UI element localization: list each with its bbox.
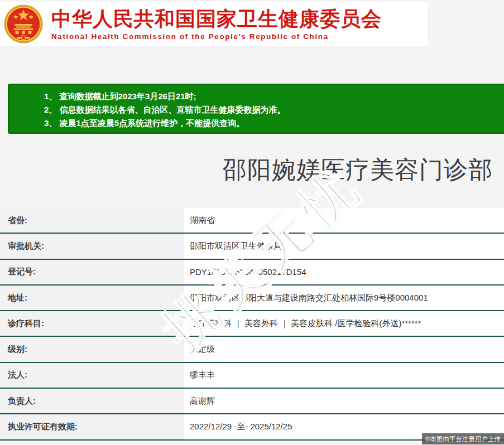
row-label: 负责人: bbox=[0, 389, 184, 413]
org-title-en: National Health Commission of the People… bbox=[51, 32, 382, 41]
institution-name: 邵阳婉媄医疗美容门诊部 bbox=[0, 154, 493, 186]
table-row-approval-authority: 审批机关: 邵阳市双清区卫生健康局 bbox=[0, 234, 504, 259]
row-label: 诊疗科目: bbox=[0, 311, 184, 336]
row-value: 邵阳市双清区邵阳大道与建设南路交汇处柏林国际9号楼0004001 bbox=[184, 286, 504, 310]
notice-line-3: 3、 凌晨1点至凌晨5点系统进行维护，不能提供查询。 bbox=[44, 117, 504, 130]
table-row-address: 地址: 邵阳市双清区邵阳大道与建设南路交汇处柏林国际9号楼0004001 bbox=[0, 286, 504, 311]
org-title-zh: 中华人民共和国国家卫生健康委员会 bbox=[51, 7, 382, 31]
notice-line-2: 2、 信息数据结果以各省、自治区、直辖市卫生健康委数据为准。 bbox=[44, 103, 504, 117]
table-row-person-in-charge: 负责人: 高谢辉 bbox=[0, 389, 504, 414]
page: 中华人民共和国国家卫生健康委员会 National Health Commiss… bbox=[0, 0, 504, 445]
table-row-legal-person: 法人: 缪丰丰 bbox=[0, 363, 504, 389]
header-divider bbox=[0, 71, 504, 72]
row-label: 法人: bbox=[0, 363, 184, 388]
row-label: 登记号: bbox=[0, 260, 184, 284]
row-value: 未定级 bbox=[184, 337, 504, 361]
notice-box: 1、 查询数据截止到2023年3月26日21时; 2、 信息数据结果以各省、自治… bbox=[8, 84, 504, 134]
image-source-badge: ©本图由平台注册用户上传 bbox=[422, 433, 504, 444]
row-label: 审批机关: bbox=[0, 234, 184, 258]
row-value: PDY10150252643050217D154 bbox=[184, 260, 504, 284]
table-row-level: 级别: 未定级 bbox=[0, 337, 504, 362]
row-value: 邵阳市双清区卫生健康局 bbox=[184, 234, 504, 258]
china-national-emblem-icon bbox=[3, 4, 44, 44]
row-value: 湖南省 bbox=[184, 208, 504, 233]
institution-info-table: 省份: 湖南省 审批机关: 邵阳市双清区卫生健康局 登记号: PDY101502… bbox=[0, 208, 504, 441]
header-titles: 中华人民共和国国家卫生健康委员会 National Health Commiss… bbox=[51, 7, 382, 41]
row-value: 缪丰丰 bbox=[184, 363, 504, 388]
row-label: 地址: bbox=[0, 286, 184, 310]
row-label: 级别: bbox=[0, 337, 184, 361]
row-label: 省份: bbox=[0, 208, 184, 233]
row-value: 高谢辉 bbox=[184, 389, 504, 413]
notice-line-1: 1、 查询数据截止到2023年3月26日21时; bbox=[44, 90, 504, 103]
table-row-registration-number: 登记号: PDY10150252643050217D154 bbox=[0, 260, 504, 286]
row-value: 医疗美容科 ｜ 美容外科 ｜ 美容皮肤科 /医学检验科(外送)****** bbox=[184, 311, 504, 336]
table-row-province: 省份: 湖南省 bbox=[0, 208, 504, 234]
table-row-medical-subjects: 诊疗科目: 医疗美容科 ｜ 美容外科 ｜ 美容皮肤科 /医学检验科(外送)***… bbox=[0, 311, 504, 337]
row-label: 执业许可证有效期: bbox=[0, 414, 184, 439]
site-header: 中华人民共和国国家卫生健康委员会 National Health Commiss… bbox=[0, 2, 428, 46]
